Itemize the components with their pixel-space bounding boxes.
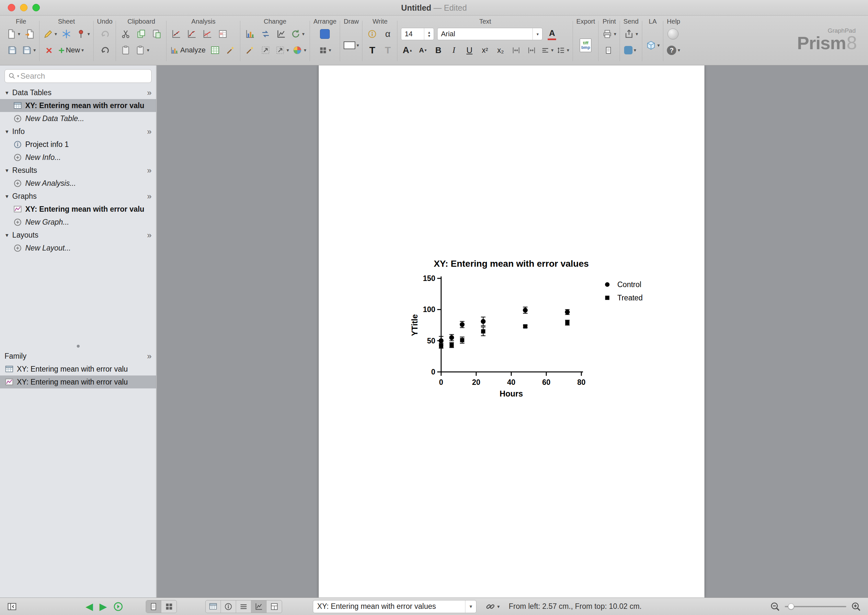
arrange-order-button[interactable]: ▾ xyxy=(319,43,332,57)
stepper-down-icon[interactable]: ▾ xyxy=(428,34,430,37)
new-sheet-button[interactable]: +New▾ xyxy=(59,43,84,57)
toggle-sidebar-button[interactable] xyxy=(6,599,18,614)
section-expand-icon[interactable]: » xyxy=(147,127,152,136)
section-header-data-tables[interactable]: ▼ Data Tables » xyxy=(0,86,156,99)
bold-button[interactable]: B xyxy=(432,43,444,57)
graph-canvas[interactable]: XY: Entering mean with error values05010… xyxy=(319,66,704,598)
sidebar-item-project-info[interactable]: Project info 1 xyxy=(0,138,156,151)
undo-button[interactable] xyxy=(99,27,111,41)
paste-button[interactable] xyxy=(119,43,132,57)
search-input[interactable] xyxy=(20,72,148,81)
share-button[interactable]: ▾ xyxy=(624,27,638,41)
family-item-data-table[interactable]: XY: Entering mean with error valu xyxy=(0,362,156,375)
paste-special-button[interactable]: ▾ xyxy=(135,43,149,57)
increase-font-button[interactable]: A▴ xyxy=(401,43,413,57)
freeze-sheet-button[interactable] xyxy=(60,27,72,41)
kerning-loosen-button[interactable] xyxy=(525,43,538,57)
swap-data-button[interactable] xyxy=(260,27,272,41)
graph-page[interactable]: XY: Entering mean with error values05010… xyxy=(319,66,704,598)
format-points-button[interactable] xyxy=(260,43,272,57)
save-button[interactable] xyxy=(6,43,19,57)
duplicate-analysis-button[interactable] xyxy=(209,43,221,57)
family-item-graph[interactable]: XY: Entering mean with error valu xyxy=(0,375,156,389)
zoom-slider-thumb[interactable] xyxy=(788,603,794,609)
save-as-button[interactable]: ▾ xyxy=(22,43,36,57)
text-align-button[interactable]: ▾ xyxy=(541,43,554,57)
graph-type-button[interactable] xyxy=(244,27,256,41)
kerning-tighten-button[interactable] xyxy=(510,43,522,57)
cut-button[interactable] xyxy=(119,27,132,41)
nonlinear-fit-button[interactable] xyxy=(186,27,198,41)
delete-sheet-button[interactable]: × xyxy=(43,43,55,57)
draw-shape-button[interactable]: ▾ xyxy=(344,38,359,52)
section-header-results[interactable]: ▼ Results » xyxy=(0,164,156,177)
help-button[interactable]: ?▾ xyxy=(667,43,680,57)
sidebar-item-data-table-xy[interactable]: XY: Entering mean with error valu xyxy=(0,99,156,112)
page-setup-button[interactable] xyxy=(602,43,615,57)
new-document-button[interactable]: ▾ xyxy=(6,27,20,41)
single-page-view-button[interactable] xyxy=(146,601,161,613)
graph-view-button[interactable] xyxy=(251,601,267,613)
splitter-handle-icon[interactable] xyxy=(77,345,80,348)
sidebar-item-new-analysis[interactable]: New Analysis... xyxy=(0,177,156,190)
go-to-linked-sheet-button[interactable] xyxy=(113,601,124,612)
sidebar-item-graph-xy[interactable]: XY: Entering mean with error valu xyxy=(0,203,156,215)
zoom-button[interactable] xyxy=(32,4,40,11)
disclosure-triangle-icon[interactable]: ▼ xyxy=(5,168,9,173)
linked-sheets-button[interactable]: ▾ xyxy=(485,601,500,612)
disclosure-triangle-icon[interactable]: ▼ xyxy=(5,233,9,238)
pin-sheet-button[interactable]: ▾ xyxy=(76,27,90,41)
sidebar-item-new-data-table[interactable]: New Data Table... xyxy=(0,112,156,125)
interpolate-button[interactable] xyxy=(201,27,213,41)
open-file-button[interactable] xyxy=(23,27,36,41)
section-header-info[interactable]: ▼ Info » xyxy=(0,125,156,138)
color-scheme-button[interactable]: ▾ xyxy=(292,43,307,57)
section-header-graphs[interactable]: ▼ Graphs » xyxy=(0,190,156,203)
revert-button[interactable] xyxy=(99,43,111,57)
multi-page-view-button[interactable] xyxy=(161,601,177,613)
zoom-in-icon[interactable] xyxy=(851,601,862,612)
back-button[interactable]: ◀ xyxy=(86,602,93,612)
zoom-slider[interactable] xyxy=(785,606,846,607)
sheet-selector-chevron[interactable]: ▾ xyxy=(465,601,476,613)
underline-button[interactable]: U xyxy=(463,43,475,57)
disclosure-triangle-icon[interactable]: ▼ xyxy=(5,90,9,95)
recalculate-button[interactable]: ▾ xyxy=(291,27,305,41)
font-color-button[interactable]: A xyxy=(546,27,558,41)
results-view-button[interactable] xyxy=(236,601,251,613)
minimize-button[interactable] xyxy=(20,4,28,11)
print-button[interactable]: ▾ xyxy=(602,27,616,41)
section-header-family[interactable]: Family » xyxy=(0,350,156,362)
forward-button[interactable]: ▶ xyxy=(99,602,107,612)
rename-sheet-button[interactable]: ▾ xyxy=(43,27,57,41)
insert-greek-button[interactable]: α xyxy=(382,27,394,41)
close-button[interactable] xyxy=(8,4,15,11)
resize-graph-button[interactable]: ▾ xyxy=(275,43,289,57)
text-tool-button[interactable]: T xyxy=(366,43,378,57)
sidebar-item-new-graph[interactable]: New Graph... xyxy=(0,215,156,228)
disclosure-triangle-icon[interactable]: ▼ xyxy=(5,194,9,199)
sidebar-splitter[interactable] xyxy=(0,342,156,350)
send-to-service-button[interactable]: ▾ xyxy=(624,43,636,57)
superscript-button[interactable]: x² xyxy=(479,43,491,57)
align-objects-button[interactable] xyxy=(319,27,331,41)
text-outline-tool-button[interactable]: T xyxy=(382,43,394,57)
decrease-font-button[interactable]: A▾ xyxy=(416,43,429,57)
change-data-button[interactable] xyxy=(275,27,287,41)
line-spacing-button[interactable]: ▾ xyxy=(557,43,569,57)
section-expand-icon[interactable]: » xyxy=(147,166,152,175)
table-view-button[interactable] xyxy=(206,601,221,613)
sheet-selector[interactable]: XY: Entering mean with error values ▾ xyxy=(313,600,476,613)
section-expand-icon[interactable]: » xyxy=(147,88,152,97)
font-size-select[interactable]: 14▴▾ xyxy=(401,28,434,40)
prism-academy-button[interactable] xyxy=(667,27,679,41)
subscript-button[interactable]: x₂ xyxy=(494,43,507,57)
stepper-icon[interactable]: ▴▾ xyxy=(424,28,434,40)
linear-regression-button[interactable] xyxy=(170,27,182,41)
disclosure-triangle-icon[interactable]: ▼ xyxy=(5,129,9,134)
section-header-layouts[interactable]: ▼ Layouts » xyxy=(0,228,156,242)
magic-format-button[interactable] xyxy=(244,43,256,57)
chevron-down-icon[interactable]: ▾ xyxy=(532,28,542,40)
insert-info-button[interactable] xyxy=(366,27,378,41)
search-field[interactable]: ▾ xyxy=(5,69,152,83)
